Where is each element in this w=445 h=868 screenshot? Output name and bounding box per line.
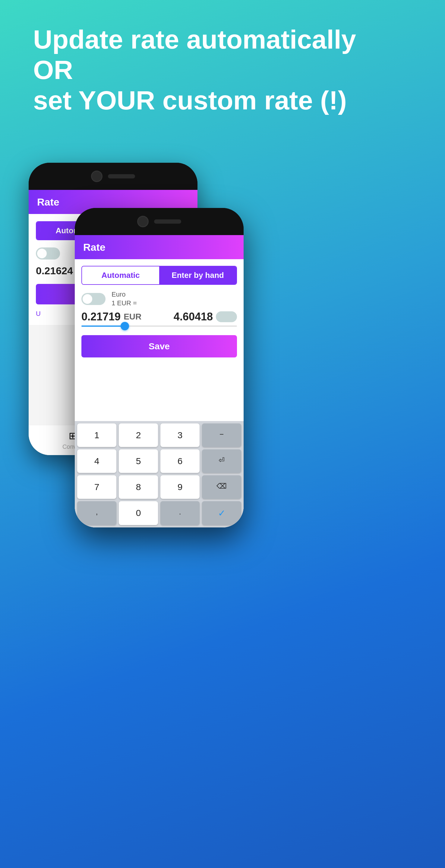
phone-front-notch	[75, 208, 244, 235]
slider-thumb[interactable]	[121, 322, 129, 330]
phone-back-toggle[interactable]	[36, 247, 60, 259]
key-comma[interactable]: ,	[77, 501, 116, 525]
front-rate-section: Euro 1 EUR = 0.21719 EUR 4.60418	[75, 285, 244, 335]
phone-front-header: Rate	[75, 235, 244, 259]
key-3[interactable]: 3	[160, 424, 200, 447]
front-tab-enter-by-hand[interactable]: Enter by hand	[159, 267, 236, 284]
key-return[interactable]: ⏎	[202, 450, 241, 473]
headline: Update rate automatically OR set YOUR cu…	[33, 24, 412, 116]
key-1[interactable]: 1	[77, 424, 116, 447]
key-check[interactable]: ✓	[202, 501, 241, 525]
phone-back-speaker	[108, 174, 135, 179]
slider-row	[81, 326, 237, 327]
key-7[interactable]: 7	[77, 475, 116, 499]
key-2[interactable]: 2	[119, 424, 158, 447]
keyboard: 1 2 3 − 4 5 6 ⏎ 7 8 9 ⌫ , 0 . ✓	[75, 421, 244, 527]
slider-track	[81, 326, 237, 327]
phone-front-title: Rate	[83, 241, 106, 253]
front-rate-converted: 4.60418	[174, 310, 213, 323]
front-rate-currency: EUR	[124, 312, 141, 321]
phone-front-screen: Rate Automatic Enter by hand Euro 1 EUR …	[75, 235, 244, 527]
front-tab-automatic[interactable]: Automatic	[82, 267, 159, 284]
key-backspace[interactable]: ⌫	[202, 475, 241, 499]
headline-line1: Update rate automatically	[33, 24, 412, 55]
phone-back-camera-icon	[91, 170, 102, 182]
key-9[interactable]: 9	[160, 475, 200, 499]
key-8[interactable]: 8	[119, 475, 158, 499]
slider-fill	[81, 326, 125, 327]
front-toggle-row: Euro 1 EUR =	[81, 290, 237, 307]
euro-label-line2: 1 EUR =	[112, 299, 137, 308]
key-0[interactable]: 0	[119, 501, 158, 525]
euro-label-line1: Euro	[112, 290, 137, 299]
phone-back-title: Rate	[37, 196, 59, 208]
front-tabs: Automatic Enter by hand	[81, 266, 237, 285]
key-minus[interactable]: −	[202, 424, 241, 447]
phone-back-rate-value: 0.21624	[36, 265, 73, 277]
front-rate-toggle[interactable]	[216, 311, 237, 322]
phone-back-notch	[29, 163, 198, 190]
phone-front-speaker	[154, 219, 181, 224]
front-rate-value: 0.21719	[81, 310, 121, 323]
front-toggle[interactable]	[81, 293, 106, 305]
phone-front-camera-icon	[137, 216, 149, 227]
key-6[interactable]: 6	[160, 450, 200, 473]
front-rate-row: 0.21719 EUR 4.60418	[81, 310, 237, 323]
headline-line2: OR	[33, 55, 412, 85]
key-4[interactable]: 4	[77, 450, 116, 473]
key-period[interactable]: .	[160, 501, 200, 525]
phone-front-content: Automatic Enter by hand Euro 1 EUR = 0.2…	[75, 259, 244, 527]
key-5[interactable]: 5	[119, 450, 158, 473]
front-euro-label: Euro 1 EUR =	[112, 290, 137, 307]
front-save-button[interactable]: Save	[81, 335, 237, 358]
phone-front: Rate Automatic Enter by hand Euro 1 EUR …	[75, 208, 244, 527]
headline-line3: set YOUR custom rate (!)	[33, 85, 412, 116]
